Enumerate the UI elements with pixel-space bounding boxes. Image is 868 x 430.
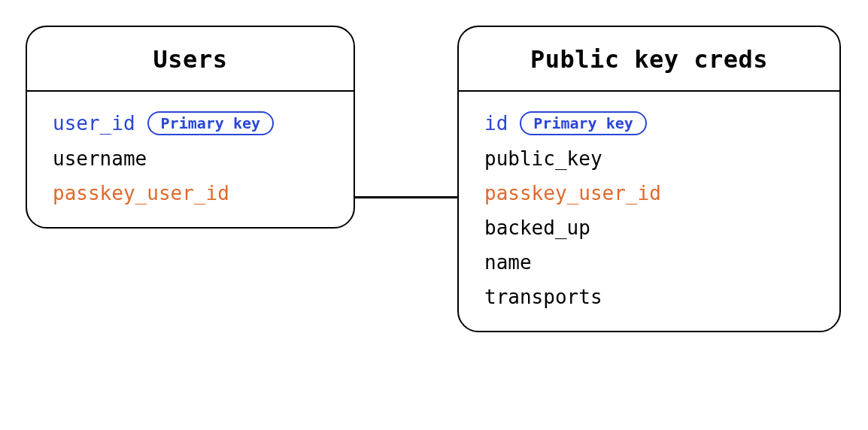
field-name: public_key [484,147,602,170]
field-row: user_id Primary key [53,111,328,135]
relation-connector [355,196,457,198]
field-row: id Primary key [484,111,814,135]
field-row: transports [484,286,814,308]
field-name: username [53,147,147,170]
entity-header-creds: Public key creds [459,27,839,92]
primary-key-badge: Primary key [520,111,646,135]
field-name-pk: user_id [53,112,135,135]
field-name-fk: passkey_user_id [484,182,661,204]
field-row: backed_up [484,217,814,239]
field-name: name [484,251,532,274]
field-row: passkey_user_id [53,182,328,204]
entity-box-creds: Public key creds id Primary key public_k… [457,26,841,332]
entity-header-users: Users [27,27,354,92]
entity-body-users: user_id Primary key username passkey_use… [27,92,354,227]
entity-body-creds: id Primary key public_key passkey_user_i… [459,92,839,331]
field-row: passkey_user_id [484,182,814,204]
field-name-pk: id [484,112,508,135]
field-row: username [53,147,328,170]
field-row: public_key [484,147,814,170]
primary-key-badge: Primary key [147,111,274,135]
field-name: transports [484,286,602,308]
field-name: backed_up [484,217,590,239]
field-row: name [484,251,814,274]
entity-title-creds: Public key creds [481,45,817,74]
field-name-fk: passkey_user_id [53,182,229,204]
entity-box-users: Users user_id Primary key username passk… [26,26,355,229]
entity-title-users: Users [50,45,331,74]
